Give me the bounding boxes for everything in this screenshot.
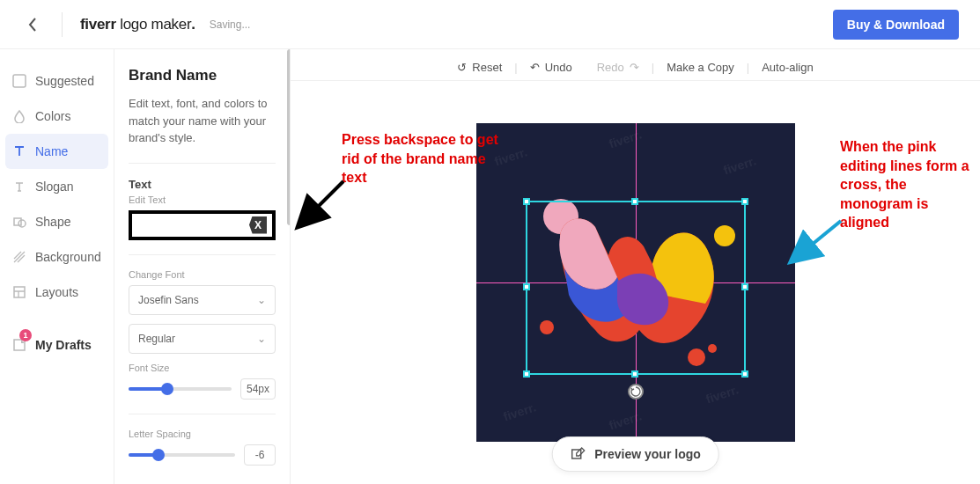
app-header: fiverr logo maker. Saving... Buy & Downl…: [0, 0, 980, 49]
rotate-handle[interactable]: [628, 384, 644, 400]
back-button[interactable]: [21, 13, 44, 36]
redo-button[interactable]: Redo ↷: [585, 61, 652, 74]
panel-desc: Edit text, font, and colors to match you…: [129, 95, 276, 147]
undo-button[interactable]: ↶Undo: [518, 61, 585, 74]
sidebar-item-name[interactable]: Name: [5, 134, 108, 169]
undo-icon: ↶: [530, 61, 540, 74]
resize-handle-ml[interactable]: [523, 283, 530, 290]
sidebar-item-label: Shape: [35, 215, 70, 229]
edit-text-label: Edit Text: [129, 194, 276, 205]
svg-rect-0: [13, 75, 26, 87]
chevron-down-icon: ⌄: [257, 294, 266, 306]
font-family-select[interactable]: Josefin Sans ⌄: [129, 285, 276, 315]
resize-handle-bm[interactable]: [631, 370, 638, 378]
brand-logo: fiverr logo maker.: [80, 16, 195, 33]
svg-rect-4: [14, 340, 25, 350]
sidebar-item-suggested[interactable]: Suggested: [0, 63, 114, 99]
resize-handle-br[interactable]: [741, 370, 748, 378]
resize-handle-tm[interactable]: [631, 198, 638, 205]
drop-icon: [11, 107, 28, 125]
selection-box[interactable]: [526, 201, 746, 375]
auto-align-button[interactable]: Auto-align: [749, 61, 826, 74]
sidebar-item-label: Background: [35, 250, 101, 264]
font-size-value: 54px: [240, 378, 276, 400]
divider: [129, 414, 276, 414]
shape-icon: [11, 213, 28, 231]
sidebar-item-label: Name: [35, 144, 68, 158]
svg-rect-1: [14, 218, 21, 225]
font-size-slider[interactable]: [129, 387, 232, 391]
resize-handle-mr[interactable]: [741, 283, 748, 290]
select-value: Josefin Sans: [138, 294, 199, 306]
buy-download-button[interactable]: Buy & Download: [833, 10, 959, 40]
change-font-label: Change Font: [129, 269, 276, 280]
redo-icon: ↷: [630, 61, 639, 74]
sidebar-item-slogan[interactable]: Slogan: [0, 169, 114, 204]
svg-rect-3: [14, 287, 25, 297]
select-value: Regular: [138, 333, 175, 345]
resize-handle-tr[interactable]: [741, 198, 748, 205]
divider: [129, 254, 276, 255]
text-icon: [11, 143, 28, 160]
make-copy-button[interactable]: Make a Copy: [654, 61, 747, 74]
header-divider: [62, 12, 63, 37]
preview-logo-button[interactable]: Preview your logo: [551, 436, 719, 472]
font-weight-select[interactable]: Regular ⌄: [129, 324, 276, 354]
sidebar-item-shape[interactable]: Shape: [0, 204, 114, 239]
suggested-icon: [11, 72, 28, 90]
resize-handle-tl[interactable]: [523, 198, 530, 205]
sidebar-item-label: Layouts: [35, 285, 78, 299]
brand-name-input[interactable]: X: [129, 210, 276, 240]
section-text-header: Text: [129, 178, 276, 191]
rotate-icon: [630, 385, 642, 398]
sidebar-item-label: My Drafts: [35, 338, 92, 352]
letter-spacing-value: -6: [244, 444, 276, 466]
reset-button[interactable]: ↺Reset: [445, 61, 514, 74]
divider: [129, 163, 276, 164]
drafts-badge: 1: [19, 329, 32, 341]
editor-stage[interactable]: fiverr. fiverr. fiverr. fiverr. fiverr. …: [291, 81, 980, 484]
canvas-area: ↺Reset | ↶Undo Redo ↷ | Make a Copy | Au…: [291, 49, 980, 484]
resize-handle-bl[interactable]: [523, 370, 530, 378]
save-status: Saving...: [210, 18, 251, 31]
sidebar-item-label: Slogan: [35, 180, 74, 194]
sidebar-item-layouts[interactable]: Layouts: [0, 275, 114, 310]
logo-canvas[interactable]: fiverr. fiverr. fiverr. fiverr. fiverr. …: [476, 123, 795, 442]
chevron-down-icon: ⌄: [257, 333, 266, 345]
letter-spacing-label: Letter Spacing: [129, 429, 276, 439]
sidebar: Suggested Colors Name Slogan Shape Backg…: [0, 49, 114, 484]
font-size-label: Font Size: [129, 363, 276, 373]
background-icon: [11, 248, 28, 266]
panel-title: Brand Name: [129, 67, 276, 84]
canvas-toolbar: ↺Reset | ↶Undo Redo ↷ | Make a Copy | Au…: [291, 49, 980, 81]
letter-spacing-slider[interactable]: [129, 453, 235, 457]
chevron-left-icon: [28, 18, 37, 32]
svg-point-2: [18, 220, 26, 227]
properties-panel: Brand Name Edit text, font, and colors t…: [114, 49, 291, 484]
backspace-key-icon: X: [249, 216, 267, 234]
sidebar-item-background[interactable]: Background: [0, 239, 114, 275]
sidebar-item-label: Suggested: [35, 74, 94, 88]
reset-icon: ↺: [457, 61, 467, 74]
sidebar-item-colors[interactable]: Colors: [0, 99, 114, 134]
preview-icon: [570, 446, 586, 462]
layouts-icon: [11, 283, 28, 301]
sidebar-item-drafts[interactable]: 1 My Drafts: [0, 327, 114, 363]
slogan-icon: [11, 178, 28, 195]
sidebar-item-label: Colors: [35, 109, 70, 123]
